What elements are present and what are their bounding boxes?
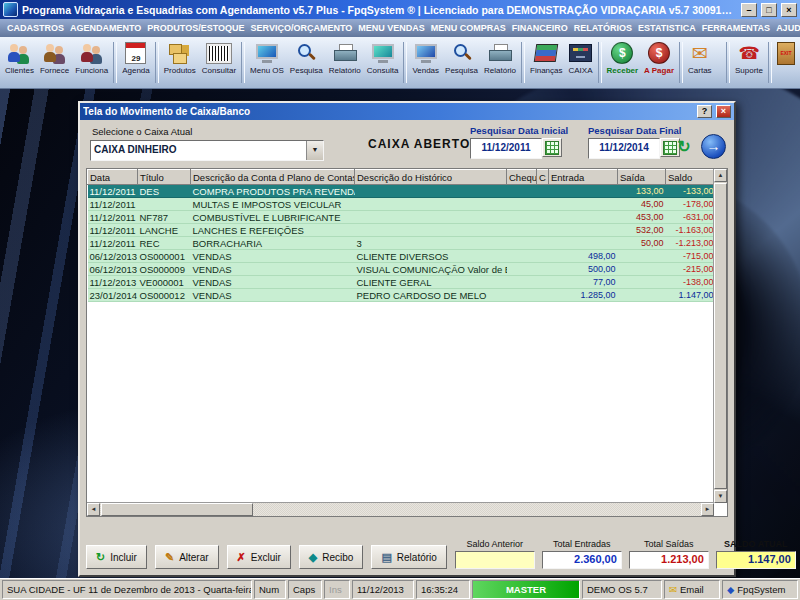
grid-header-row: Data Título Descrição da Conta d Plano d…	[88, 170, 722, 185]
toolbar-financas[interactable]: Finanças	[527, 38, 565, 87]
empty-row	[88, 398, 722, 410]
excluir-button[interactable]: ✗Excluir	[227, 545, 291, 569]
menu-agendamento[interactable]: AGENDAMENTO	[67, 21, 144, 35]
scroll-up-icon[interactable]: ▲	[714, 169, 727, 182]
minimize-button[interactable]: –	[741, 3, 757, 17]
cell: OS000001	[138, 250, 191, 263]
cell: -1.163,00	[666, 224, 716, 237]
toolbar-relatorio-vendas[interactable]: Relatório	[481, 38, 519, 87]
calendar-icon: 29	[125, 42, 146, 64]
table-row[interactable]: 06/12/2013OS000009VENDASVISUAL COMUNICAÇ…	[88, 263, 722, 276]
empty-row	[88, 338, 722, 350]
scroll-down-icon[interactable]: ▼	[714, 490, 727, 503]
col-saldo[interactable]: Saldo	[666, 170, 716, 185]
vertical-scroll-thumb[interactable]	[714, 183, 727, 489]
cell: 11/12/2013	[88, 276, 138, 289]
table-row[interactable]: 11/12/2011DESCOMPRA PRODUTOS PRA REVENDA…	[88, 185, 722, 198]
table-row[interactable]: 11/12/2011MULTAS E IMPOSTOS VEICULAR45,0…	[88, 198, 722, 211]
col-c[interactable]: C	[537, 170, 549, 185]
toolbar-suporte[interactable]: ☎Suporte	[732, 38, 766, 87]
menu-estatistica[interactable]: ESTATISTICA	[635, 21, 699, 35]
toolbar-clientes[interactable]: Clientes	[2, 38, 37, 87]
toolbar-fornecedores[interactable]: Fornece	[37, 38, 72, 87]
dialog-titlebar[interactable]: Tela do Movimento de Caixa/Banco ? ×	[80, 103, 734, 120]
menu-ajuda[interactable]: AJUDA	[773, 21, 800, 35]
cell	[549, 185, 618, 198]
toolbar-vendas[interactable]: Vendas	[409, 38, 442, 87]
col-data[interactable]: Data	[88, 170, 138, 185]
status-ins: Ins	[324, 580, 350, 599]
cell	[537, 263, 549, 276]
recibo-button[interactable]: ◆Recibo	[299, 545, 364, 569]
relatorio-button[interactable]: ▤Relatório	[371, 545, 446, 569]
date-end-input[interactable]: 11/12/2014	[588, 138, 660, 159]
col-cheque[interactable]: Cheque	[507, 170, 537, 185]
report-icon: ▤	[381, 552, 391, 563]
app-titlebar[interactable]: Programa Vidraçaria e Esquadrias com Age…	[0, 0, 800, 19]
toolbar-caixa[interactable]: CAIXA	[565, 38, 595, 87]
close-button[interactable]: ×	[781, 3, 797, 17]
toolbar-relatorio-os[interactable]: Relatório	[326, 38, 364, 87]
toolbar-receber[interactable]: $Receber	[604, 38, 642, 87]
table-row[interactable]: 11/12/2013VE000001VENDASCLIENTE GERAL77,…	[88, 276, 722, 289]
toolbar-consulta[interactable]: Consulta	[364, 38, 402, 87]
col-saida[interactable]: Saída	[618, 170, 666, 185]
toolbar-pesquisa-vendas[interactable]: Pesquisa	[442, 38, 481, 87]
toolbar-cartas[interactable]: ✉Cartas	[685, 38, 715, 87]
col-historico[interactable]: Descrição do Histórico	[355, 170, 507, 185]
maximize-button[interactable]: □	[761, 3, 777, 17]
status-email[interactable]: ✉Email	[664, 580, 720, 599]
menu-cadastros[interactable]: CADASTROS	[4, 21, 67, 35]
date-start-input[interactable]: 11/12/2011	[470, 138, 542, 159]
saldo-atual-label: SALDO ATUAL	[724, 539, 788, 549]
vertical-scrollbar[interactable]: ▲ ▼	[713, 169, 727, 503]
menu-ferramentas[interactable]: FERRAMENTAS	[699, 21, 773, 35]
go-button[interactable]: →	[701, 134, 726, 159]
date-start-picker-button[interactable]	[542, 138, 562, 157]
toolbar-a-pagar[interactable]: $A Pagar	[641, 38, 677, 87]
toolbar: Clientes Fornece Funciona 29Agenda Produ…	[0, 37, 800, 89]
status-date: 11/12/2013	[352, 580, 414, 599]
horizontal-scroll-thumb[interactable]	[101, 503, 253, 516]
chevron-down-icon[interactable]: ▼	[306, 141, 323, 160]
table-row[interactable]: 23/01/2014OS000012VENDASPEDRO CARDOSO DE…	[88, 289, 722, 302]
menu-servico-orcamento[interactable]: SERVIÇO/ORÇAMENTO	[248, 21, 356, 35]
toolbar-menu-os[interactable]: Menu OS	[247, 38, 287, 87]
toolbar-exit[interactable]: EXIT	[774, 38, 798, 87]
scroll-right-icon[interactable]: ►	[701, 503, 714, 516]
toolbar-funcionarios[interactable]: Funciona	[72, 38, 111, 87]
menu-compras[interactable]: MENU COMPRAS	[428, 21, 509, 35]
table-row[interactable]: 11/12/2011NF787COMBUSTÍVEL E LUBRIFICANT…	[88, 211, 722, 224]
menu-produtos-estoque[interactable]: PRODUTOS/ESTOQUE	[144, 21, 247, 35]
refresh-button[interactable]: ↻	[672, 136, 696, 158]
menu-relatorios[interactable]: RELATÓRIOS	[571, 21, 635, 35]
toolbar-agenda[interactable]: 29Agenda	[119, 38, 153, 87]
col-conta[interactable]: Descrição da Conta d Plano de Contas	[191, 170, 355, 185]
toolbar-consultar[interactable]: Consultar	[199, 38, 239, 87]
menu-vendas[interactable]: MENU VENDAS	[355, 21, 428, 35]
table-row[interactable]: 11/12/2011RECBORRACHARIA350,00-1.213,00	[88, 237, 722, 250]
horizontal-scrollbar[interactable]: ◄ ►	[87, 502, 714, 516]
toolbar-produtos[interactable]: Produtos	[161, 38, 199, 87]
cell: 453,00	[618, 211, 666, 224]
incluir-button[interactable]: ↻Incluir	[86, 545, 147, 569]
dialog-close-button[interactable]: ×	[716, 105, 731, 118]
table-row[interactable]: 11/12/2011LANCHELANCHES E REFEIÇÕES532,0…	[88, 224, 722, 237]
menu-bar: CADASTROS AGENDAMENTO PRODUTOS/ESTOQUE S…	[0, 19, 800, 37]
cell: MULTAS E IMPOSTOS VEICULAR	[191, 198, 355, 211]
col-entrada[interactable]: Entrada	[549, 170, 618, 185]
scroll-left-icon[interactable]: ◄	[87, 503, 100, 516]
menu-financeiro[interactable]: FINANCEIRO	[509, 21, 571, 35]
dialog-help-button[interactable]: ?	[697, 105, 712, 118]
table-row[interactable]: 06/12/2013OS000001VENDASCLIENTE DIVERSOS…	[88, 250, 722, 263]
refresh-icon: ↻	[677, 138, 690, 155]
toolbar-pesquisa-os[interactable]: Pesquisa	[287, 38, 326, 87]
movements-table: Data Título Descrição da Conta d Plano d…	[87, 169, 722, 517]
alterar-button[interactable]: ✎Alterar	[155, 545, 219, 569]
toolbar-separator	[768, 42, 772, 83]
cell	[537, 185, 549, 198]
cashbox-select[interactable]: CAIXA DINHEIRO ▼	[90, 140, 324, 161]
letters-icon: ✉	[692, 44, 708, 63]
col-titulo[interactable]: Título	[138, 170, 191, 185]
cell: -138,00	[666, 276, 716, 289]
